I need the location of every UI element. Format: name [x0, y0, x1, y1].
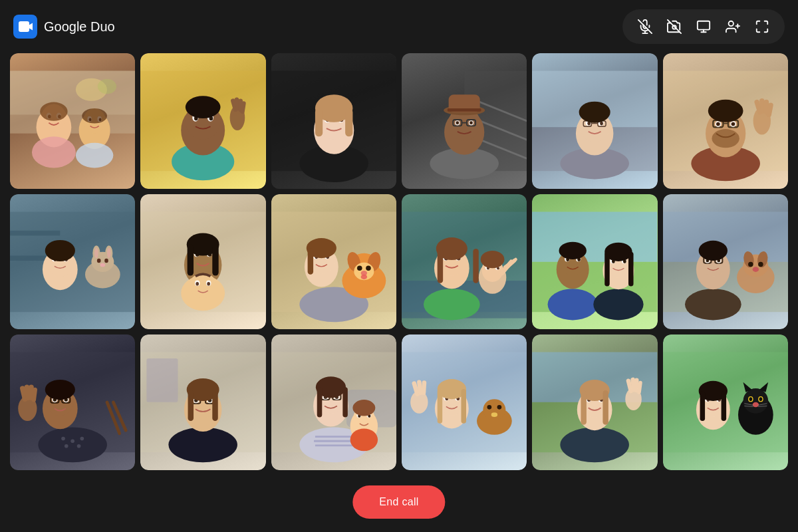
- svg-rect-181: [532, 211, 657, 261]
- svg-point-191: [594, 289, 644, 320]
- participant-5-visual: [532, 53, 657, 189]
- svg-rect-246: [147, 358, 178, 402]
- participant-2-visual: [140, 53, 265, 189]
- google-duo-logo-icon: [13, 15, 37, 39]
- svg-point-220: [752, 267, 758, 272]
- svg-point-223: [61, 437, 65, 441]
- participant-17-visual: [532, 334, 657, 470]
- participant-tile-13: [10, 334, 135, 470]
- participant-15-visual: [271, 334, 396, 470]
- svg-rect-170: [473, 249, 478, 283]
- svg-line-299: [424, 383, 424, 393]
- svg-point-9: [729, 21, 733, 26]
- svg-point-69: [456, 121, 459, 124]
- svg-point-22: [40, 102, 67, 121]
- svg-point-339: [759, 398, 762, 402]
- participant-13-visual: [10, 334, 135, 470]
- svg-rect-106: [10, 230, 60, 235]
- camera-off-icon: [667, 19, 682, 34]
- svg-rect-132: [188, 244, 194, 275]
- svg-rect-13: [10, 70, 135, 114]
- svg-point-177: [481, 251, 505, 268]
- toolbar: [622, 9, 785, 44]
- svg-point-86: [579, 102, 610, 123]
- svg-line-101: [757, 102, 760, 112]
- svg-line-45: [243, 103, 244, 111]
- end-call-container: End call: [352, 485, 445, 519]
- svg-line-318: [628, 381, 631, 391]
- mute-mic-button[interactable]: [633, 15, 657, 39]
- app-name: Google Duo: [44, 19, 115, 35]
- svg-rect-149: [307, 248, 313, 275]
- participant-tile-18: [663, 334, 788, 470]
- participant-tile-14: [140, 334, 265, 470]
- svg-point-119: [94, 248, 98, 258]
- svg-point-155: [357, 265, 362, 271]
- svg-point-161: [424, 289, 480, 320]
- fullscreen-button[interactable]: [750, 15, 774, 39]
- svg-rect-56: [345, 108, 352, 136]
- svg-rect-294: [438, 389, 443, 424]
- svg-line-242: [34, 390, 35, 400]
- svg-line-4: [668, 20, 681, 33]
- svg-point-97: [731, 122, 735, 126]
- participant-3-visual: [271, 53, 396, 189]
- svg-point-114: [45, 240, 75, 261]
- svg-point-120: [107, 248, 111, 258]
- svg-point-218: [748, 261, 753, 267]
- svg-point-121: [97, 258, 101, 263]
- video-grid: [7, 50, 791, 479]
- participant-14-visual: [140, 334, 265, 470]
- svg-point-96: [716, 122, 720, 126]
- svg-rect-6: [698, 21, 710, 30]
- fullscreen-icon: [755, 19, 769, 34]
- svg-point-227: [77, 444, 81, 448]
- svg-point-190: [559, 241, 587, 259]
- svg-rect-55: [315, 108, 323, 136]
- svg-point-307: [561, 428, 630, 463]
- participant-4-visual: [402, 53, 527, 189]
- svg-point-338: [749, 398, 752, 402]
- svg-rect-169: [438, 249, 443, 283]
- svg-point-303: [497, 405, 502, 410]
- participant-7-visual: [10, 194, 135, 330]
- svg-point-99: [708, 100, 743, 122]
- participant-tile-17: [532, 334, 657, 470]
- svg-point-29: [82, 108, 107, 124]
- participant-16-visual: [402, 334, 527, 470]
- present-icon: [696, 19, 711, 34]
- svg-point-139: [207, 282, 211, 286]
- add-people-button[interactable]: [721, 15, 745, 39]
- end-call-button[interactable]: End call: [352, 485, 445, 519]
- participant-18-visual: [663, 334, 788, 470]
- camera-off-button[interactable]: [662, 15, 686, 39]
- svg-point-15: [98, 79, 116, 94]
- participant-10-visual: [402, 194, 527, 330]
- svg-point-98: [712, 129, 739, 148]
- svg-point-138: [196, 282, 200, 286]
- svg-point-183: [548, 289, 598, 320]
- participant-tile-4: [402, 53, 527, 189]
- svg-point-224: [70, 440, 74, 444]
- svg-line-240: [27, 388, 28, 398]
- svg-point-225: [80, 437, 84, 441]
- svg-point-158: [360, 274, 366, 279]
- logo-area: Google Duo: [13, 15, 115, 39]
- participant-tile-16: [402, 334, 527, 470]
- participant-6-visual: [663, 53, 788, 189]
- svg-point-333: [743, 388, 768, 414]
- participant-12-visual: [663, 194, 788, 330]
- participant-tile-7: [10, 194, 135, 330]
- svg-point-280: [350, 429, 377, 452]
- participant-tile-15: [271, 334, 396, 470]
- participant-8-visual: [140, 194, 265, 330]
- svg-point-70: [469, 121, 473, 124]
- present-button[interactable]: [692, 15, 716, 39]
- participant-tile-3: [271, 53, 396, 189]
- svg-point-30: [32, 136, 76, 168]
- participant-tile-9: [271, 194, 396, 330]
- participant-11-visual: [532, 194, 657, 330]
- svg-point-135: [190, 273, 217, 298]
- participant-tile-6: [663, 53, 788, 189]
- svg-rect-316: [603, 390, 608, 425]
